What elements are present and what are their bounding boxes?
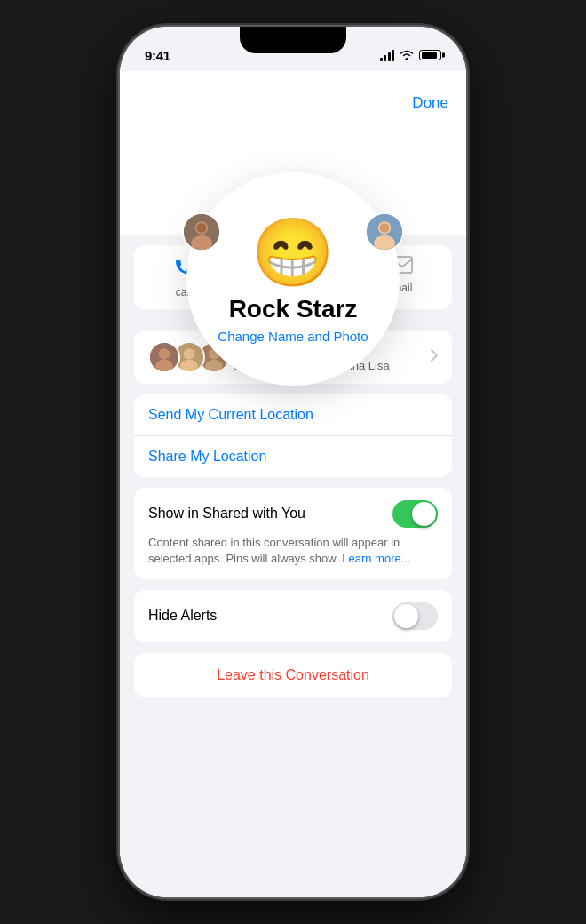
signal-bars-icon bbox=[380, 50, 395, 61]
shared-with-you-section: Show in Shared with You Content shared i… bbox=[134, 488, 452, 579]
toggle-thumb bbox=[412, 502, 436, 526]
shared-description: Content shared in this conversation will… bbox=[148, 535, 438, 567]
svg-point-14 bbox=[184, 348, 194, 359]
battery-fill bbox=[422, 52, 437, 59]
chevron-right-icon bbox=[431, 349, 438, 365]
header: Done bbox=[120, 78, 466, 119]
group-name: Rock Starz bbox=[229, 296, 358, 323]
share-location-label: Share My Location bbox=[148, 449, 266, 464]
avatar-person-2 bbox=[365, 212, 404, 251]
shared-with-you-label: Show in Shared with You bbox=[148, 506, 305, 522]
hide-alerts-row: Hide Alerts bbox=[148, 602, 438, 630]
phone-frame: 9:41 bbox=[0, 0, 586, 924]
hide-alerts-section: Hide Alerts bbox=[134, 590, 452, 642]
member-avatar-1 bbox=[148, 341, 180, 373]
hide-alerts-toggle[interactable] bbox=[392, 602, 438, 630]
svg-point-7 bbox=[380, 223, 390, 233]
share-location-row[interactable]: Share My Location bbox=[134, 436, 452, 477]
shared-with-you-row: Show in Shared with You bbox=[148, 500, 438, 528]
svg-point-12 bbox=[155, 360, 173, 373]
group-popup: 😁 Rock Starz Change Name and Photo bbox=[186, 172, 400, 386]
hide-alerts-toggle-thumb bbox=[394, 604, 418, 628]
notch bbox=[240, 27, 346, 53]
svg-point-15 bbox=[180, 360, 198, 373]
battery-icon bbox=[419, 50, 441, 60]
screen: Done bbox=[120, 71, 466, 897]
leave-conversation-label[interactable]: Leave this Conversation bbox=[217, 667, 369, 683]
hide-alerts-label: Hide Alerts bbox=[148, 608, 217, 624]
status-icons bbox=[380, 49, 442, 62]
svg-point-6 bbox=[374, 235, 395, 251]
wifi-icon bbox=[400, 49, 414, 62]
location-section: Send My Current Location Share My Locati… bbox=[134, 394, 452, 477]
svg-point-18 bbox=[205, 360, 223, 373]
svg-point-2 bbox=[191, 235, 212, 251]
avatar-person-1 bbox=[182, 212, 221, 251]
learn-more-link[interactable]: Learn more... bbox=[342, 552, 410, 565]
leave-conversation-section: Leave this Conversation bbox=[134, 653, 452, 697]
shared-with-you-toggle[interactable] bbox=[392, 500, 438, 528]
svg-point-11 bbox=[159, 348, 170, 359]
done-button[interactable]: Done bbox=[412, 87, 448, 119]
phone-body: 9:41 bbox=[120, 27, 466, 897]
group-emoji: 😁 bbox=[251, 214, 335, 292]
send-location-label: Send My Current Location bbox=[148, 407, 313, 422]
change-name-link[interactable]: Change Name and Photo bbox=[218, 329, 368, 344]
send-location-row[interactable]: Send My Current Location bbox=[134, 394, 452, 435]
svg-point-3 bbox=[197, 223, 207, 233]
status-time: 9:41 bbox=[145, 48, 170, 63]
